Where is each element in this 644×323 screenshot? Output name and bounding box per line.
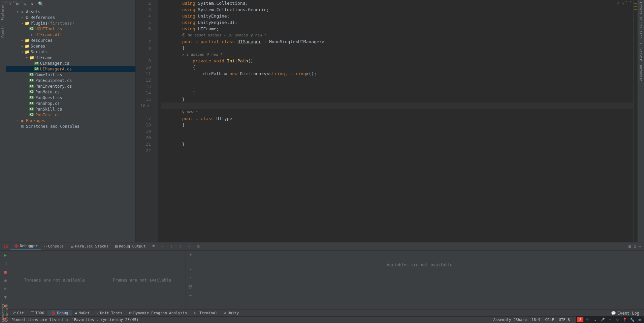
code-line[interactable]: [161, 147, 633, 154]
status-lineending[interactable]: CRLF: [545, 318, 554, 322]
chevron-up-icon[interactable]: ˄: [626, 1, 628, 5]
code-editor[interactable]: 2345678910111213141516↶171819202122 ⚠ 5 …: [136, 0, 637, 242]
tray-icon-mic[interactable]: 🎤: [600, 317, 606, 322]
code-line[interactable]: {: [161, 122, 633, 128]
tree-item[interactable]: ▸C#PanQuest.cs: [6, 95, 135, 100]
tree-item[interactable]: ▸C#GameInit.cs: [6, 72, 135, 78]
code-line[interactable]: using UnityEngine;: [161, 13, 633, 19]
tree-item[interactable]: ▾📁Plugins (firstpass): [6, 20, 135, 26]
step-out-icon[interactable]: ↑: [176, 242, 185, 250]
view-breakpoints-icon[interactable]: ◉: [4, 278, 7, 283]
toolwindow-button[interactable]: 🐞Debug: [47, 310, 71, 316]
code-line[interactable]: }: [161, 90, 633, 96]
search-icon[interactable]: 🔍: [38, 1, 43, 6]
code-line[interactable]: using System.Collections.Generic;: [161, 6, 633, 13]
code-line[interactable]: private void InitPath(): [161, 58, 633, 64]
remove-icon[interactable]: −: [189, 261, 192, 265]
debug-tab[interactable]: ☰Parallel Stacks: [67, 242, 112, 250]
event-log-button[interactable]: 💬 Event Log: [611, 311, 642, 316]
error-stripe[interactable]: [633, 0, 637, 242]
code-line[interactable]: using System.Collections;: [161, 0, 633, 6]
tree-item[interactable]: ▸C#PanShop.cs: [6, 100, 135, 106]
tree-arrow-icon[interactable]: ▾: [15, 10, 20, 13]
tree-arrow-icon[interactable]: ▸: [15, 119, 20, 122]
add-icon[interactable]: +: [189, 253, 192, 257]
link-icon[interactable]: ∞: [189, 293, 192, 298]
rail-explorer[interactable]: Explorer: [1, 4, 5, 20]
tree-item[interactable]: ▸C#PanInventory.cs: [6, 83, 135, 89]
code-line[interactable]: [161, 135, 633, 141]
tree-item[interactable]: ▾📁Scripts: [6, 49, 135, 55]
step-over-icon[interactable]: ↷: [158, 242, 167, 250]
step-into-icon[interactable]: ↓: [167, 242, 176, 250]
tray-icon-gear[interactable]: ⚙: [614, 317, 620, 322]
tree-item[interactable]: ▾◈Assets: [6, 9, 135, 14]
minimize-icon[interactable]: —: [639, 244, 641, 249]
debug-bug-icon[interactable]: 🐞: [1, 244, 10, 249]
debug-tab[interactable]: ▭Console: [41, 242, 67, 250]
tray-icon-tool[interactable]: 🔧: [629, 317, 635, 322]
rail-errors[interactable]: Errors In Solution: [639, 2, 643, 38]
stop-icon[interactable]: ■: [4, 269, 7, 274]
code-line[interactable]: }: [161, 141, 633, 147]
code-hint[interactable]: ⚲ new *: [161, 109, 633, 115]
down-icon[interactable]: ˅: [190, 277, 192, 282]
tree-item[interactable]: ▸C#UIManager.cs: [6, 60, 135, 66]
tree-item[interactable]: ▸◉Packages: [6, 118, 135, 123]
toolwindow-button[interactable]: ☰TODO: [27, 310, 48, 316]
tree-item[interactable]: ▸📁Resources: [6, 37, 135, 43]
tree-item[interactable]: ▸C#PanTest.cs: [6, 112, 135, 118]
code-area[interactable]: ⚠ 5 ˄ ˅ using System.Collections; using …: [158, 0, 633, 242]
project-tree[interactable]: ▾◈Assets▸⧉References▾📁Plugins (firstpass…: [6, 8, 135, 242]
tray-icon-grid[interactable]: ▦: [637, 317, 643, 322]
tree-arrow-icon[interactable]: ▸: [20, 16, 24, 19]
toolwindow-button[interactable]: ⎇Git: [8, 310, 27, 316]
fold-bar[interactable]: [154, 0, 158, 242]
code-line[interactable]: {: [161, 45, 633, 51]
tree-arrow-icon[interactable]: ▾: [20, 50, 24, 54]
code-line[interactable]: using UnityEngine.UI;: [161, 19, 633, 26]
code-line[interactable]: }: [161, 96, 633, 102]
up-icon[interactable]: ˄: [190, 269, 192, 273]
code-line[interactable]: [161, 83, 633, 90]
toolwindow-button[interactable]: ✓Unit Tests: [93, 310, 126, 316]
tree-item[interactable]: ▸C#UIManagerA.cs: [6, 66, 135, 72]
tree-arrow-icon[interactable]: ▸: [20, 39, 24, 42]
toolwindow-button[interactable]: >_Terminal: [190, 310, 221, 316]
tree-item[interactable]: ▸C#PanSkill.cs: [6, 106, 135, 112]
chevron-down-icon[interactable]: ˅: [630, 1, 632, 5]
mute-breakpoints-icon[interactable]: ⊘: [4, 286, 7, 291]
tray-icon-kbd[interactable]: ⌨: [607, 317, 613, 322]
tree-arrow-icon[interactable]: ▾: [25, 56, 29, 59]
tray-icon-ime[interactable]: 中: [585, 317, 591, 322]
layout-icon[interactable]: ▦: [629, 244, 631, 249]
code-line[interactable]: [161, 77, 633, 83]
code-line[interactable]: {: [161, 64, 633, 70]
tray-icon-cloud[interactable]: ☁: [592, 317, 598, 322]
tray-icon-s[interactable]: S: [577, 317, 583, 322]
toolwindow-button[interactable]: ⟳Dynamic Program Analysis: [126, 310, 190, 316]
tree-arrow-icon[interactable]: ▾: [20, 22, 24, 25]
resume-icon[interactable]: ▶: [4, 253, 7, 258]
tree-item[interactable]: ▸▮UIFrame.dll: [6, 32, 135, 37]
code-line[interactable]: [161, 128, 633, 135]
tree-item[interactable]: ▾📁UIFrame: [6, 55, 135, 60]
status-project[interactable]: Assembly-CSharp: [493, 318, 527, 322]
toolwindow-button[interactable]: ◆NuGet: [72, 310, 93, 316]
evaluate-icon[interactable]: ▦: [194, 242, 203, 250]
tree-item[interactable]: ▸C#PanMain.cs: [6, 89, 135, 95]
expand-icon[interactable]: ⇱: [31, 1, 33, 6]
debug-tab[interactable]: 🐞Debugger: [10, 242, 41, 250]
rail-commit[interactable]: Commit: [1, 26, 5, 38]
tree-arrow-icon[interactable]: ▸: [20, 45, 24, 48]
rail-ilviewer[interactable]: IL Viewer: [639, 42, 643, 61]
settings-icon[interactable]: ≡: [149, 242, 158, 250]
tree-item[interactable]: ▸▤Scratches and Consoles: [6, 123, 135, 129]
tree-item[interactable]: ▸C#UGUITool.cs: [6, 26, 135, 32]
code-line[interactable]: dicPath = new Dictionary<string, string>…: [161, 70, 633, 77]
debug-tab[interactable]: ▤Debug Output: [112, 242, 149, 250]
pause-icon[interactable]: ⏸: [3, 261, 8, 266]
code-line[interactable]: public partial class UIManager : MonoSin…: [161, 38, 633, 45]
tree-item[interactable]: ▸C#PanEquipment.cs: [6, 78, 135, 83]
tree-item[interactable]: ▸⧉References: [6, 14, 135, 20]
